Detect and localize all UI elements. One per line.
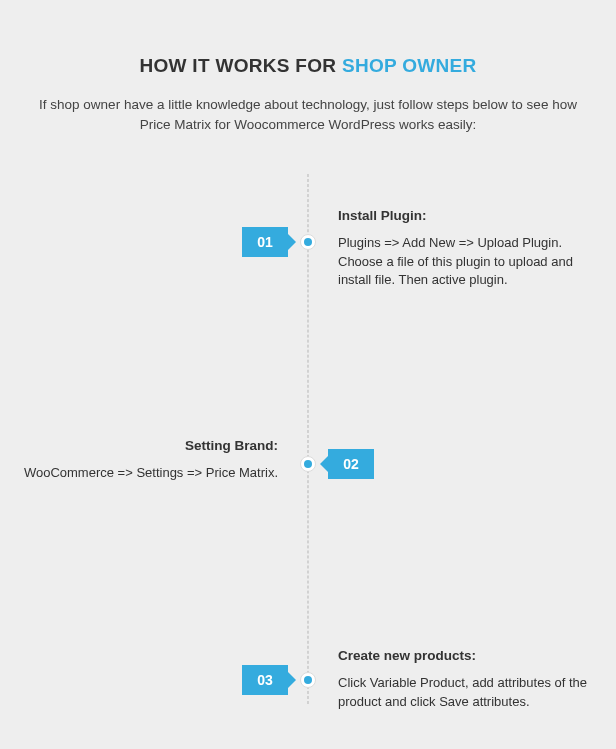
step-number: 01	[257, 234, 273, 250]
page-subtitle: If shop owner have a little knowledge ab…	[30, 95, 586, 134]
step-text: Install Plugin: Plugins => Add New => Up…	[338, 206, 593, 290]
step-05: 05 Click Save Price Matrix and click Ent…	[20, 622, 596, 710]
timeline-dot	[304, 676, 312, 684]
step-body: Plugins => Add New => Upload Plugin. Cho…	[338, 234, 593, 291]
title-accent: SHOP OWNER	[342, 55, 477, 76]
step-badge: 01	[242, 227, 288, 257]
page-container: HOW IT WORKS FOR SHOP OWNER If shop owne…	[0, 0, 616, 744]
timeline-dot	[304, 238, 312, 246]
page-title: HOW IT WORKS FOR SHOP OWNER	[20, 55, 596, 77]
step-02: 02 Setting Brand: WooCommerce => Setting…	[20, 286, 596, 374]
step-badge: 03	[242, 665, 288, 695]
step-01: 01 Install Plugin: Plugins => Add New =>…	[20, 174, 596, 262]
title-prefix: HOW IT WORKS FOR	[139, 55, 341, 76]
step-number: 03	[257, 672, 273, 688]
step-number: 02	[343, 456, 359, 472]
step-04: 04 Click on tab Price Matrix and choose …	[20, 510, 596, 598]
timeline-dot	[304, 460, 312, 468]
step-badge: 02	[328, 449, 374, 479]
step-heading: Install Plugin:	[338, 206, 593, 226]
step-03: 03 Create new products: Click Variable P…	[20, 398, 596, 486]
timeline: 01 Install Plugin: Plugins => Add New =>…	[20, 174, 596, 704]
